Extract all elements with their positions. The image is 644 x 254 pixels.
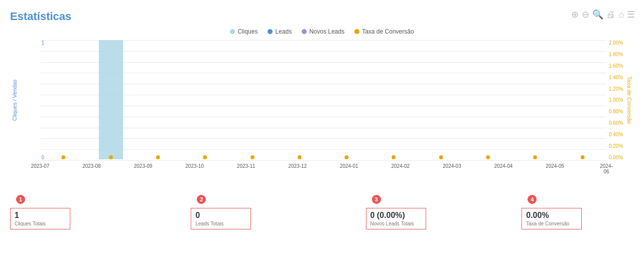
summary-box-2: 0 (0.00%)Novos Leads Totais: [366, 208, 426, 229]
x-label-2023-12: 2023-12: [288, 163, 307, 169]
page: Estatísticas ⊕ ⊖ 🔍 🖨 ⌂ ☰ Cliques Leads N…: [0, 0, 644, 254]
legend-cliques-label: Cliques: [237, 28, 257, 35]
y-right-tick-2: 1.60%: [609, 63, 623, 69]
y-right-tick-1: 1.80%: [609, 52, 623, 57]
x-label-2024-06: 2024-06: [600, 163, 613, 174]
dot-taxa-9: [486, 155, 490, 159]
menu-icon[interactable]: ☰: [627, 9, 635, 20]
home-icon[interactable]: ⌂: [618, 10, 624, 20]
summary-row: 11Cliques Totais20Leads Totais30 (0.00%)…: [10, 208, 634, 248]
y-axis-right-label-container: Taxa de Conversão: [625, 40, 634, 160]
summary-value-1: 0: [195, 211, 244, 220]
legend-taxa: Taxa de Conversão: [354, 28, 414, 35]
summary-label-3: Taxa de Conversão: [526, 221, 575, 226]
summary-label-2: Novos Leads Totais: [370, 221, 420, 226]
y-right-tick-0: 2.00%: [609, 40, 623, 46]
x-label-2023-08: 2023-08: [82, 163, 101, 169]
dot-taxa-1: [109, 155, 113, 159]
leads-dot: [268, 29, 273, 34]
summary-value-3: 0.00%: [526, 211, 575, 220]
novos-leads-dot: [302, 29, 307, 34]
x-label-2024-01: 2024-01: [340, 163, 358, 169]
x-label-2024-05: 2024-05: [546, 163, 564, 169]
y-right-tick-5: 1.00%: [609, 97, 623, 103]
taxa-dot: [354, 29, 359, 34]
cliques-dot: [230, 29, 235, 34]
dot-taxa-4: [250, 155, 254, 159]
x-label-2023-07: 2023-07: [31, 163, 50, 169]
badge-4: 4: [527, 194, 538, 205]
save-icon[interactable]: 🖨: [606, 10, 615, 20]
y-right-tick-6: 0.80%: [609, 109, 623, 114]
y-right-tick-10: 0.00%: [609, 155, 623, 160]
badge-2: 2: [196, 194, 207, 205]
x-label-2023-09: 2023-09: [134, 163, 153, 169]
legend-cliques: Cliques: [230, 28, 257, 35]
y-right-tick-7: 0.60%: [609, 120, 623, 126]
x-axis: 2023-072023-082023-092023-102023-112023-…: [40, 160, 606, 180]
zoom-out-icon[interactable]: ⊖: [582, 9, 589, 20]
y-right-tick-9: 0.20%: [609, 143, 623, 149]
x-label-2024-02: 2024-02: [391, 163, 410, 169]
summary-box-3: 0.00%Taxa de Conversão: [522, 208, 582, 229]
legend-taxa-label: Taxa de Conversão: [362, 28, 414, 35]
dot-taxa-3: [203, 155, 207, 159]
badge-3: 3: [371, 194, 382, 205]
dot-taxa-10: [533, 155, 537, 159]
dot-taxa-0: [61, 155, 65, 159]
magnifier-icon[interactable]: 🔍: [592, 9, 603, 20]
y-axis-right-label: Taxa de Conversão: [626, 77, 632, 124]
badge-1: 1: [15, 194, 26, 205]
chart-bar-aug: [99, 40, 123, 159]
y-axis-left-label-container: Cliques / Vendas: [10, 40, 19, 160]
legend-leads-label: Leads: [275, 28, 292, 35]
chart-svg: [40, 40, 606, 160]
dot-taxa-2: [156, 155, 160, 159]
chart-container: Cliques / Vendas 1 0: [10, 40, 634, 180]
y-axis-left-label: Cliques / Vendas: [12, 80, 18, 121]
chart-inner: [40, 40, 606, 160]
summary-box-0: 1Cliques Totais: [10, 208, 70, 229]
x-label-2023-11: 2023-11: [237, 163, 255, 169]
x-label-2023-10: 2023-10: [185, 163, 204, 169]
summary-value-2: 0 (0.00%): [370, 211, 420, 220]
dot-taxa-11: [581, 155, 585, 159]
dot-taxa-5: [298, 155, 302, 159]
x-label-2024-04: 2024-04: [494, 163, 513, 169]
toolbar: ⊕ ⊖ 🔍 🖨 ⌂ ☰: [571, 9, 635, 20]
y-right-tick-4: 1.20%: [609, 86, 623, 92]
summary-label-1: Leads Totais: [195, 221, 244, 226]
legend-leads: Leads: [268, 28, 292, 35]
y-right-tick-8: 0.40%: [609, 132, 623, 137]
dot-taxa-8: [439, 155, 443, 159]
summary-label-0: Cliques Totais: [15, 221, 64, 226]
legend-novos-leads: Novos Leads: [302, 28, 344, 35]
chart-legend: Cliques Leads Novos Leads Taxa de Conver…: [10, 28, 634, 35]
page-title: Estatísticas: [10, 10, 634, 23]
legend-novos-leads-label: Novos Leads: [309, 28, 344, 35]
dot-taxa-7: [392, 155, 396, 159]
x-label-2024-03: 2024-03: [443, 163, 461, 169]
summary-box-1: 0Leads Totais: [191, 208, 251, 229]
y-right-tick-3: 1.40%: [609, 75, 623, 80]
dot-taxa-6: [344, 155, 348, 159]
summary-value-0: 1: [15, 211, 64, 220]
zoom-in-icon[interactable]: ⊕: [571, 9, 579, 20]
